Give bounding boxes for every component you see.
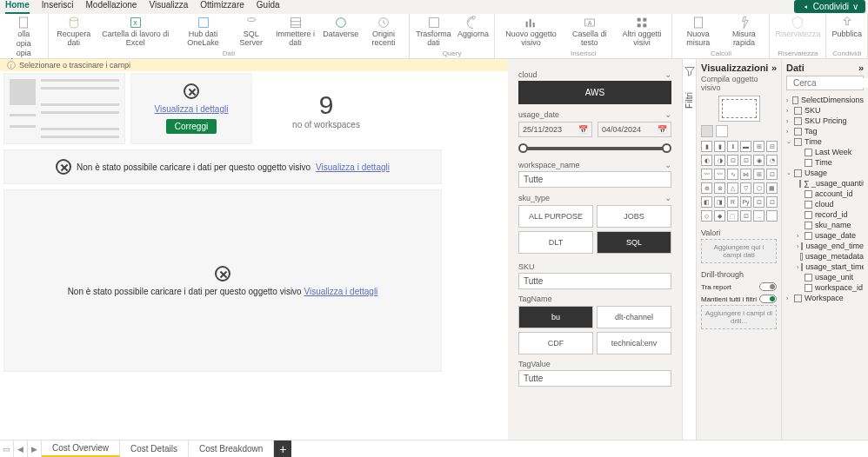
field-node[interactable]: Last Week: [786, 147, 864, 157]
field-node[interactable]: usage_metadata: [786, 251, 864, 262]
visual-type-icon[interactable]: [766, 210, 778, 222]
cross-report-toggle[interactable]: [759, 282, 777, 291]
visual-type-icon[interactable]: ⬡: [753, 182, 765, 194]
sku-type-option[interactable]: ALL PURPOSE: [518, 205, 593, 228]
visual-type-icon[interactable]: ◐: [701, 155, 712, 166]
ribbon-transform[interactable]: Trasforma dati: [415, 16, 452, 48]
table-node[interactable]: ⌄Time: [786, 136, 864, 147]
ribbon-refresh[interactable]: Aggiorna: [457, 16, 489, 39]
prev-page[interactable]: ◀: [14, 440, 28, 457]
visual-type-icon[interactable]: ⊟: [766, 141, 778, 152]
field-checkbox[interactable]: [805, 284, 812, 292]
visual-type-icon[interactable]: ⊞: [753, 169, 765, 180]
table-node[interactable]: ›SelectDimensions: [786, 95, 864, 105]
table-node[interactable]: ⌄Usage: [786, 168, 864, 178]
tagname-option[interactable]: technical:env: [597, 332, 671, 354]
ribbon-excel[interactable]: XCartella di lavoro di Excel: [99, 16, 172, 48]
error-details-link[interactable]: Visualizza i dettagli: [304, 287, 377, 296]
chevron-right-icon[interactable]: »: [858, 63, 864, 73]
visual-type-icon[interactable]: ▦: [766, 182, 778, 194]
visual-type-icon[interactable]: ⊡: [766, 169, 778, 180]
visual-type-icon[interactable]: ▽: [740, 182, 751, 194]
visual-type-icon[interactable]: ⫿: [727, 141, 738, 152]
keep-filters-toggle[interactable]: [759, 295, 777, 303]
pages-menu-icon[interactable]: ▭: [0, 440, 14, 457]
visual-type-icon[interactable]: ⊕: [701, 182, 712, 194]
visual-type-icon[interactable]: ◑: [714, 155, 725, 166]
format-tab[interactable]: [716, 125, 728, 137]
tagname-option[interactable]: CDF: [518, 332, 593, 354]
page-tab[interactable]: Cost Breakdown: [189, 440, 274, 457]
visual-type-icon[interactable]: ⬚: [727, 210, 738, 222]
tagname-option[interactable]: bu: [518, 306, 593, 328]
workspace-dropdown[interactable]: Tutte: [518, 171, 671, 188]
visual-type-icon[interactable]: ▮: [701, 141, 712, 152]
visual-type-icon[interactable]: ⊡: [753, 196, 765, 208]
date-to-input[interactable]: 04/04/2024📅: [598, 122, 671, 137]
page-tab[interactable]: Cost Details: [120, 440, 189, 457]
visual-type-icon[interactable]: ⊞: [753, 141, 765, 152]
chevron-down-icon[interactable]: ⌄: [664, 193, 671, 202]
menu-view[interactable]: Visualizza: [149, 0, 188, 14]
visual-type-icon[interactable]: 〰: [714, 169, 725, 180]
field-node[interactable]: usage_unit: [786, 272, 864, 282]
drill-well[interactable]: Aggiungere i campi di drill...: [701, 305, 777, 329]
slider-handle-right[interactable]: [662, 143, 671, 153]
visual-type-icon[interactable]: ▮: [714, 141, 725, 152]
field-checkbox[interactable]: [805, 201, 812, 209]
values-well[interactable]: Aggiungere qui i campi dati: [701, 239, 777, 263]
visual-type-icon[interactable]: ▬: [740, 141, 751, 152]
chevron-right-icon[interactable]: »: [771, 63, 777, 73]
menu-insert[interactable]: Inserisci: [42, 0, 74, 14]
error-visual-3[interactable]: Non è stato possibile caricare i dati pe…: [3, 189, 442, 372]
ribbon-new-visual[interactable]: Nuovo oggetto visivo: [500, 16, 562, 48]
visual-type-icon[interactable]: ◔: [766, 155, 778, 166]
visual-type-icon[interactable]: ◇: [701, 210, 712, 222]
table-node[interactable]: ›SKU Pricing: [786, 116, 864, 126]
cloud-slicer[interactable]: AWS: [518, 81, 671, 104]
ribbon-onelake[interactable]: Hub dati OneLake: [177, 16, 230, 48]
ribbon-publish[interactable]: Pubblica: [831, 16, 862, 39]
ribbon-quick-measure[interactable]: Misura rapida: [724, 16, 764, 48]
field-node[interactable]: ›usage_start_time: [786, 262, 864, 272]
sku-type-option[interactable]: SQL: [597, 231, 671, 254]
field-node[interactable]: cloud: [786, 199, 864, 209]
chevron-down-icon[interactable]: ⌄: [664, 70, 671, 79]
kpi-workspaces[interactable]: 9 no of workspaces: [257, 73, 395, 146]
visual-type-icon[interactable]: R: [727, 196, 738, 208]
date-from-input[interactable]: 25/11/2023📅: [518, 122, 592, 137]
search-field[interactable]: [786, 76, 864, 90]
visual-type-icon[interactable]: ◧: [701, 196, 712, 208]
report-canvas[interactable]: i Selezionare o trascinare i campi Visua…: [0, 59, 508, 441]
tagvalue-dropdown[interactable]: Tutte: [518, 370, 671, 387]
ribbon-sql[interactable]: SQL Server: [235, 16, 269, 48]
visual-type-icon[interactable]: ⋈: [740, 169, 751, 180]
field-node[interactable]: workspace_id: [786, 282, 864, 293]
visual-type-icon[interactable]: ∿: [727, 169, 738, 180]
chevron-down-icon[interactable]: ⌄: [664, 109, 671, 119]
field-checkbox[interactable]: [805, 211, 812, 219]
next-page[interactable]: ▶: [28, 440, 42, 457]
field-node[interactable]: record_id: [786, 209, 864, 220]
visual-type-icon[interactable]: ⊡: [727, 155, 738, 166]
field-node[interactable]: ›usage_end_time: [786, 241, 864, 251]
ribbon-get-data[interactable]: Recupera dati: [54, 16, 94, 48]
field-checkbox[interactable]: [799, 180, 801, 188]
slider-handle-left[interactable]: [518, 143, 528, 153]
field-checkbox[interactable]: [805, 159, 812, 167]
add-page-button[interactable]: +: [274, 440, 291, 457]
error-visual-1[interactable]: Visualizza i dettagli Correggi: [130, 73, 252, 144]
visual-type-icon[interactable]: ⊡: [766, 196, 778, 208]
field-checkbox[interactable]: [805, 232, 812, 240]
search-input[interactable]: [793, 78, 868, 88]
table-node[interactable]: ›Tag: [786, 126, 864, 136]
fix-button[interactable]: Correggi: [166, 119, 217, 134]
date-slider[interactable]: [518, 141, 671, 155]
field-node[interactable]: ›usage_date: [786, 230, 864, 241]
field-checkbox[interactable]: [801, 263, 803, 271]
visual-type-icon[interactable]: ◉: [753, 155, 765, 166]
ribbon-textbox[interactable]: ACasella di testo: [567, 16, 612, 48]
table-node[interactable]: ›SKU: [786, 105, 864, 116]
sku-type-option[interactable]: JOBS: [597, 205, 671, 228]
field-node[interactable]: sku_name: [786, 220, 864, 230]
